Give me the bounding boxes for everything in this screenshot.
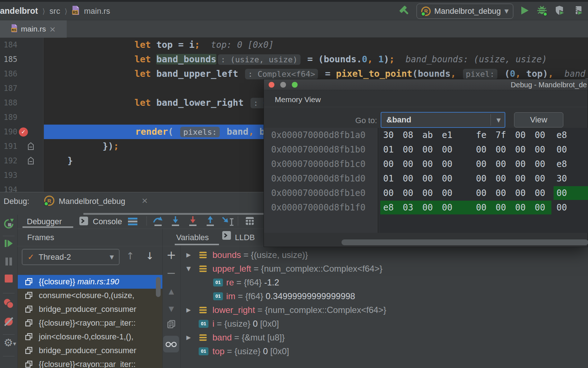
breadcrumb-project[interactable]: andelbrot [0,6,38,16]
variable-row[interactable]: ▶lower_right = {num_complex::Complex<f64… [0,303,588,317]
evaluate-expression-button[interactable] [245,216,254,227]
build-hammer-icon[interactable] [398,5,409,17]
step-out-button[interactable] [204,216,216,228]
run-button[interactable] [521,6,529,17]
editor-tab-main-rs[interactable]: RS main.rs × [0,20,67,38]
variables-header[interactable]: Variables [176,233,209,242]
expand-arrow-icon[interactable]: ▶ [186,331,191,344]
line-number[interactable]: 188 [4,96,36,110]
expand-arrow-icon[interactable]: ▼ [186,262,191,276]
line-number[interactable]: 186 [4,67,36,81]
view-button[interactable]: View [514,112,563,127]
memory-view-window: Debug - Mandelbrot_de Memory View Go to:… [264,79,588,247]
breadcrumb-dir[interactable]: src [50,7,60,16]
variable-row[interactable]: 01i = {usize} 0 [0x0] [0,317,588,331]
tab-console[interactable]: Console [93,217,122,226]
close-icon[interactable]: × [141,196,148,205]
step-into-button[interactable] [170,216,181,228]
profiler-icon[interactable] [573,5,584,17]
force-step-into-button[interactable] [187,216,199,228]
goto-address-combobox[interactable]: &band ▼ [381,112,505,128]
chevron-down-icon[interactable]: ▼ [496,117,501,124]
code-line-184[interactable]: 184let top = i; top: 0 [0x0] [0,38,588,52]
memory-byte: 00 [496,200,506,215]
memory-row[interactable]: 0x000070000d8fb1a03008abe1fe7f0000e8 [264,128,588,142]
code-token: } [67,155,73,166]
debug-window-label: Debug: [4,197,29,206]
step-over-button[interactable] [152,216,164,228]
line-number[interactable]: 189 [4,110,36,125]
variable-name: im [226,291,235,301]
code-token [395,54,406,64]
debug-session-tab[interactable]: Mandelbrot_debug [59,197,125,206]
breadcrumb-file[interactable]: main.rs [84,7,110,16]
expand-arrow-icon[interactable]: ▶ [186,303,191,317]
struct-icon [199,334,207,341]
memory-byte: 00 [556,186,567,200]
line-number[interactable]: 194 [4,183,36,192]
line-number[interactable]: 187 [4,81,36,96]
tab-close-icon[interactable]: × [49,25,56,34]
memory-view-label: Memory View [275,95,321,104]
breakpoint-icon[interactable]: ✓ [19,127,28,137]
run-config-selector[interactable]: R Mandelbrot_debug ▼ [417,4,513,19]
expand-arrow-icon[interactable]: ▶ [186,248,191,262]
chevron-right-icon: ⟩ [65,7,67,16]
debugger-tab-underline [22,226,73,228]
variable-type: {f64} [245,291,263,301]
tab-debugger[interactable]: Debugger [27,217,62,226]
fold-marker-icon[interactable] [28,157,34,166]
memory-byte: e8 [556,157,567,171]
window-close-icon[interactable] [269,82,274,88]
line-number[interactable]: 193 [4,168,36,183]
memory-horizontal-scrollbar[interactable] [341,239,588,245]
variable-row[interactable]: 01top = {usize} 0 [0x0] [0,344,588,358]
memory-row[interactable]: 0x000070000d8fb1b0010000000000000000 [264,142,588,157]
memory-window-titlebar[interactable]: Debug - Mandelbrot_de [264,79,588,90]
memory-byte: 00 [515,186,526,200]
code-token: band_bounds [156,54,216,64]
memory-byte: 00 [422,142,433,157]
stack-frame-row[interactable]: {{closure}}<rayon::par_iter:: [18,357,162,368]
ide-window: andelbrot ⟩ src ⟩ RS main.rs R Mandelbro… [0,0,588,368]
memory-byte: 03 [403,200,413,215]
memory-byte: 01 [383,171,394,186]
variable-row[interactable]: ▶bounds = {(usize, usize)} [0,248,588,262]
window-zoom-icon[interactable] [292,82,298,88]
variable-row[interactable]: ▼upper_left = {num_complex::Complex<f64>… [0,262,588,276]
memory-byte: 00 [476,200,486,215]
memory-row[interactable]: 0x000070000d8fb1c00000000000000000e8 [264,157,588,171]
rust-logo-icon: R [44,196,54,206]
memory-byte: 00 [496,157,506,171]
variable-type: {(usize, usize)} [251,250,308,260]
layout-bars-icon[interactable] [128,217,138,228]
variable-row[interactable]: 01im = {f64} 0.34999999999999998 [0,289,588,303]
run-to-cursor-button[interactable] [221,216,234,228]
memory-byte: 00 [442,157,452,171]
svg-text:RS: RS [12,28,16,32]
memory-address: 0x000070000d8fb1c0 [271,157,365,171]
line-number[interactable]: 184 [4,38,36,52]
variable-row[interactable]: ▶band = {&mut [u8]} [0,331,588,344]
variable-name: upper_left [212,264,251,273]
code-line-185[interactable]: 185let band_bounds: (usize, usize) = (bo… [0,52,588,67]
chevron-down-icon: ▼ [504,8,509,14]
code-token: ( [168,126,179,137]
code-token: band_upper_left [156,68,244,79]
memory-row[interactable]: 0x000070000d8fb1f0e80300000000000000 [264,200,588,215]
variable-name: top [212,346,224,356]
memory-row[interactable]: 0x000070000d8fb1d0010000000000000030 [264,171,588,186]
rust-file-icon: RS [11,24,18,34]
fold-marker-icon[interactable] [28,142,34,151]
variable-row[interactable]: 01re = {f64} -1.2 [0,276,588,289]
rerun-button[interactable] [3,218,14,231]
debug-button[interactable] [537,4,548,18]
line-number[interactable]: 185 [4,52,36,67]
memory-row[interactable]: 0x000070000d8fb1e0000000000000000000 [264,186,588,200]
window-minimize-icon[interactable] [280,82,286,88]
variable-value: 0 [250,319,258,329]
tab-lldb[interactable]: LLDB [235,233,255,242]
coverage-shield-icon[interactable] [555,5,566,17]
memory-byte: 01 [383,142,394,157]
variable-name: band [212,333,232,342]
